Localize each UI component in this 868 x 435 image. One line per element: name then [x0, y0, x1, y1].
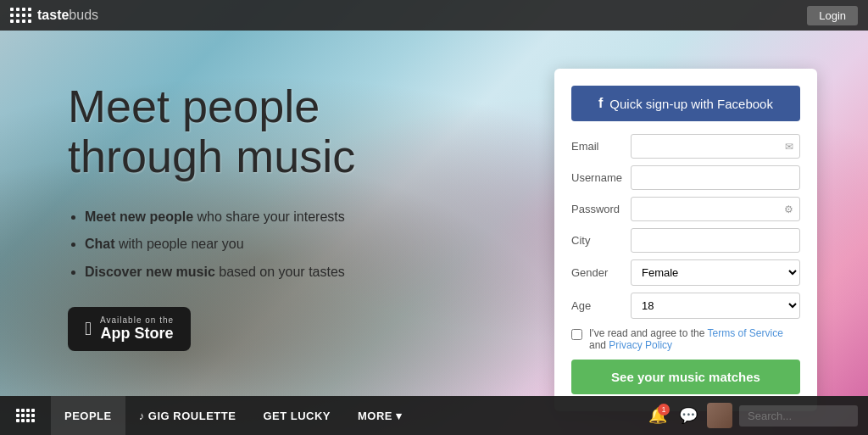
logo-dot — [28, 14, 31, 17]
city-label: City — [571, 234, 631, 247]
appstore-button[interactable]:  Available on the App Store — [68, 307, 191, 351]
logo-dot — [22, 8, 25, 11]
logo-dots-icon — [10, 8, 32, 24]
hero-section: Meet people through music Meet new peopl… — [68, 64, 554, 351]
logo-text: tastebuds — [37, 8, 98, 23]
email-icon: ✉ — [785, 141, 793, 153]
password-row: Password ⚙ — [571, 197, 800, 221]
email-label: Email — [571, 140, 631, 153]
gender-label: Gender — [571, 266, 631, 279]
headline: Meet people through music — [68, 81, 554, 182]
password-label: Password — [571, 203, 631, 215]
facebook-signup-button[interactable]: f Quick sign-up with Facebook — [571, 86, 800, 121]
logo-dot — [10, 14, 14, 17]
username-input[interactable] — [631, 165, 800, 190]
features-list: Meet new people who share your interests… — [68, 208, 554, 282]
gender-select[interactable]: Female Male Other — [631, 259, 800, 286]
age-label: Age — [571, 299, 631, 312]
privacy-policy-link[interactable]: Privacy Policy — [609, 339, 672, 351]
email-input[interactable] — [631, 134, 800, 159]
logo-dot — [22, 14, 25, 17]
username-wrapper — [631, 165, 800, 190]
search-input[interactable] — [739, 405, 858, 427]
gender-row: Gender Female Male Other — [571, 259, 800, 286]
terms-text: I've read and agree to the Terms of Serv… — [589, 327, 800, 351]
bottom-nav-right: 🔔 1 💬 — [646, 403, 868, 428]
logo-dot — [10, 8, 14, 11]
bottom-navigation: PEOPLE ♪ GIG ROULETTE GET LUCKY MORE ▾ 🔔… — [0, 396, 868, 435]
facebook-icon: f — [598, 96, 603, 111]
feature-discover: Discover new music based on your tastes — [85, 263, 554, 282]
terms-of-service-link[interactable]: Terms of Service — [708, 327, 783, 339]
username-row: Username — [571, 165, 800, 190]
facebook-label: Quick sign-up with Facebook — [609, 97, 773, 111]
email-wrapper: ✉ — [631, 134, 800, 159]
apple-icon:  — [85, 318, 92, 340]
username-label: Username — [571, 171, 631, 184]
main-content: Meet people through music Meet new peopl… — [0, 31, 868, 396]
logo: tastebuds — [10, 8, 98, 24]
age-row: Age 18 19 20 21 — [571, 293, 800, 319]
age-select[interactable]: 18 19 20 21 — [631, 293, 800, 319]
city-input[interactable] — [631, 228, 800, 253]
chat-icon: 💬 — [679, 406, 698, 425]
avatar[interactable] — [707, 403, 732, 428]
nav-item-get-lucky[interactable]: GET LUCKY — [249, 396, 344, 435]
nav-item-more[interactable]: MORE ▾ — [344, 396, 416, 435]
terms-checkbox[interactable] — [571, 329, 582, 340]
password-wrapper: ⚙ — [631, 197, 800, 221]
messages-icon[interactable]: 💬 — [676, 404, 700, 427]
logo-dot — [28, 20, 31, 23]
signup-panel: f Quick sign-up with Facebook Email ✉ Us… — [554, 69, 817, 411]
appstore-text: Available on the App Store — [100, 315, 174, 343]
bottom-logo-dots-icon — [16, 409, 35, 422]
submit-button[interactable]: See your music matches — [571, 360, 800, 394]
city-row: City — [571, 228, 800, 253]
logo-dot — [16, 20, 19, 23]
login-button[interactable]: Login — [807, 6, 858, 25]
email-row: Email ✉ — [571, 134, 800, 159]
feature-chat: Chat with people near you — [85, 235, 554, 254]
logo-dot — [28, 8, 31, 11]
terms-row: I've read and agree to the Terms of Serv… — [571, 327, 800, 351]
bottom-logo — [0, 409, 51, 422]
logo-dot — [22, 20, 25, 23]
nav-item-gig-roulette[interactable]: ♪ GIG ROULETTE — [125, 396, 250, 435]
city-wrapper — [631, 228, 800, 253]
logo-dot — [16, 14, 19, 17]
bottom-nav-items: PEOPLE ♪ GIG ROULETTE GET LUCKY MORE ▾ — [51, 396, 646, 435]
feature-meet: Meet new people who share your interests — [85, 208, 554, 226]
password-input[interactable] — [631, 197, 800, 221]
nav-item-people[interactable]: PEOPLE — [51, 396, 125, 435]
logo-dot — [16, 8, 19, 11]
top-navigation: tastebuds Login — [0, 0, 868, 31]
notification-badge: 1 — [658, 404, 670, 415]
password-icon: ⚙ — [784, 204, 793, 215]
logo-dot — [10, 20, 14, 23]
notification-icon[interactable]: 🔔 1 — [646, 404, 670, 427]
